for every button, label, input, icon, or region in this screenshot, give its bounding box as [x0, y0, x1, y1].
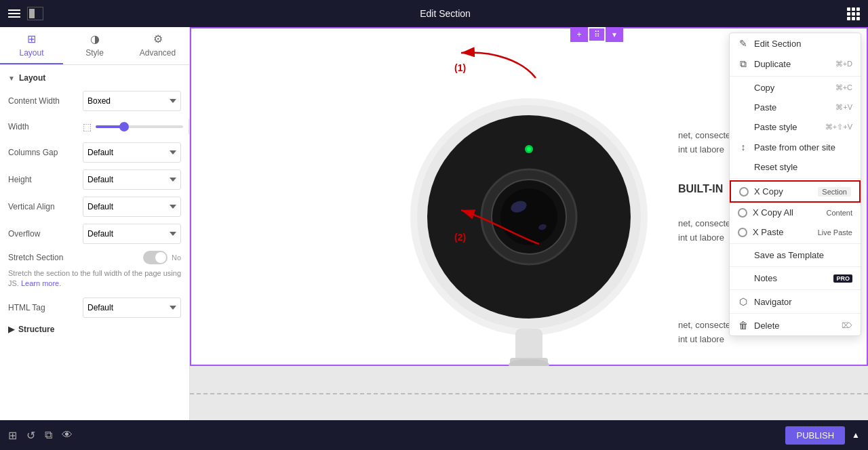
- menu-paste-style-label: Paste style: [754, 122, 797, 132]
- menu-reset-style[interactable]: Reset style: [730, 157, 861, 177]
- copy-shortcut: ⌘+C: [835, 83, 852, 92]
- templates-icon[interactable]: ⧉: [42, 426, 55, 444]
- toggle-button[interactable]: [143, 251, 167, 264]
- duplicate-shortcut: ⌘+D: [835, 60, 852, 68]
- content-width-row: Content Width Boxed: [8, 91, 181, 111]
- menu-edit-section-label: Edit Section: [754, 39, 801, 49]
- divider-1: [730, 76, 861, 77]
- history-icon[interactable]: ↺: [24, 426, 38, 445]
- menu-duplicate-label: Duplicate: [754, 59, 791, 69]
- menu-xcopy[interactable]: X Copy Section: [730, 180, 861, 203]
- menu-navigator[interactable]: ⬡ Navigator: [730, 291, 861, 312]
- delete-icon: 🗑: [738, 320, 749, 331]
- canvas-area: + ⠿ ▾ net, consectetur adipiscing elit, …: [190, 27, 868, 420]
- menu-paste-other-label: Paste from other site: [754, 142, 835, 152]
- grid-menu[interactable]: [847, 7, 860, 20]
- menu-duplicate[interactable]: ⧉ Duplicate ⌘+D: [730, 54, 861, 75]
- delete-shortcut: ⌦: [842, 321, 852, 330]
- height-row: Height Default: [8, 169, 181, 190]
- columns-gap-label: Columns Gap: [8, 148, 83, 157]
- vertical-align-select[interactable]: Default: [83, 197, 181, 217]
- learn-more-link[interactable]: Learn more.: [21, 279, 61, 287]
- main-layout: ⊞ Layout ◑ Style ⚙ Advanced ▼ Layout Con…: [0, 27, 868, 420]
- duplicate-icon: ⧉: [738, 58, 749, 70]
- html-tag-select[interactable]: Default: [83, 298, 181, 318]
- width-slider[interactable]: [96, 125, 183, 128]
- overflow-select[interactable]: Default: [83, 224, 181, 244]
- advanced-icon: ⚙: [153, 33, 163, 45]
- overflow-row: Overflow Default: [8, 224, 181, 244]
- xpaste-radio: [738, 228, 747, 237]
- notes-pro-badge: PRO: [833, 274, 852, 283]
- width-slider-container: [96, 118, 189, 136]
- sidebar-tabs: ⊞ Layout ◑ Style ⚙ Advanced: [0, 27, 189, 65]
- tab-advanced-label: Advanced: [140, 48, 176, 58]
- bottom-bar: ⊞ ↺ ⧉ 👁 PUBLISH ▲: [0, 420, 868, 450]
- vertical-align-row: Vertical Align Default: [8, 197, 181, 217]
- top-bar: Edit Section: [0, 0, 868, 27]
- divider-4: [730, 266, 861, 267]
- paste-style-shortcut: ⌘+⇧+V: [825, 123, 852, 131]
- menu-paste[interactable]: Paste ⌘+V: [730, 98, 861, 117]
- tab-style[interactable]: ◑ Style: [63, 27, 126, 64]
- menu-save-template-label: Save as Template: [754, 250, 824, 260]
- menu-reset-style-label: Reset style: [754, 162, 797, 172]
- menu-xpaste[interactable]: X Paste Live Paste: [730, 222, 861, 242]
- layout-section-header[interactable]: ▼ Layout: [8, 73, 181, 83]
- width-row: Width ⬚: [8, 118, 181, 136]
- layers-icon[interactable]: ⊞: [5, 426, 20, 445]
- chevron-up-icon[interactable]: ▲: [849, 428, 863, 443]
- menu-edit-section[interactable]: ✎ Edit Section: [730, 33, 861, 54]
- stretch-toggle[interactable]: No: [143, 251, 181, 264]
- toggle-no-label: No: [172, 253, 181, 262]
- structure-section-header[interactable]: ▶ Structure: [8, 325, 181, 334]
- annotation-2: (2): [454, 232, 466, 243]
- menu-xpaste-label: X Paste: [753, 227, 784, 237]
- vertical-align-label: Vertical Align: [8, 202, 83, 211]
- menu-paste-other[interactable]: ↕ Paste from other site: [730, 137, 861, 157]
- section-toolbar: + ⠿ ▾: [570, 27, 623, 42]
- xcopy-all-radio: [738, 208, 747, 218]
- stretch-section-row: Stretch Section No: [8, 251, 181, 264]
- stretch-section-label: Stretch Section: [8, 253, 63, 262]
- layout-toggle[interactable]: [27, 7, 43, 20]
- tab-layout[interactable]: ⊞ Layout: [0, 27, 63, 64]
- context-menu: ✎ Edit Section ⧉ Duplicate ⌘+D Copy: [729, 33, 861, 336]
- divider-6: [730, 313, 861, 314]
- columns-gap-row: Columns Gap Default: [8, 142, 181, 163]
- menu-copy[interactable]: Copy ⌘+C: [730, 78, 861, 98]
- menu-paste-label: Paste: [754, 102, 776, 112]
- tab-advanced[interactable]: ⚙ Advanced: [126, 27, 189, 64]
- section-chevron-button[interactable]: ▾: [606, 27, 623, 42]
- menu-save-template[interactable]: Save as Template: [730, 245, 861, 265]
- menu-notes[interactable]: Notes PRO: [730, 268, 861, 288]
- content-width-select[interactable]: Boxed: [83, 91, 181, 111]
- overflow-label: Overflow: [8, 229, 83, 239]
- divider-5: [730, 289, 861, 290]
- content-width-label: Content Width: [8, 96, 83, 106]
- stretch-desc: Stretch the section to the full width of…: [8, 268, 181, 289]
- height-select[interactable]: Default: [83, 169, 181, 190]
- menu-xcopy-all[interactable]: X Copy All Content: [730, 203, 861, 222]
- menu-copy-label: Copy: [754, 83, 774, 93]
- menu-xcopy-all-label: X Copy All: [753, 207, 793, 218]
- structure-arrow-icon: ▶: [8, 325, 14, 334]
- menu-paste-style[interactable]: Paste style ⌘+⇧+V: [730, 117, 861, 137]
- preview-icon[interactable]: 👁: [59, 426, 75, 444]
- columns-gap-select[interactable]: Default: [83, 142, 181, 163]
- publish-button[interactable]: PUBLISH: [785, 426, 845, 445]
- menu-xcopy-label: X Copy: [754, 186, 783, 197]
- menu-navigator-label: Navigator: [754, 297, 792, 307]
- section-options-button[interactable]: ⠿: [588, 27, 606, 42]
- width-label: Width: [8, 122, 83, 131]
- width-number[interactable]: [189, 118, 189, 136]
- menu-delete[interactable]: 🗑 Delete ⌦: [730, 315, 861, 335]
- hamburger-menu[interactable]: [8, 9, 20, 18]
- layout-section-title: Layout: [19, 73, 45, 83]
- camera-image: [373, 27, 685, 420]
- menu-notes-label: Notes: [754, 273, 777, 283]
- height-label: Height: [8, 175, 83, 184]
- add-section-button[interactable]: +: [570, 27, 588, 42]
- xcopy-radio: [739, 187, 749, 197]
- xcopy-section-badge: Section: [818, 187, 851, 197]
